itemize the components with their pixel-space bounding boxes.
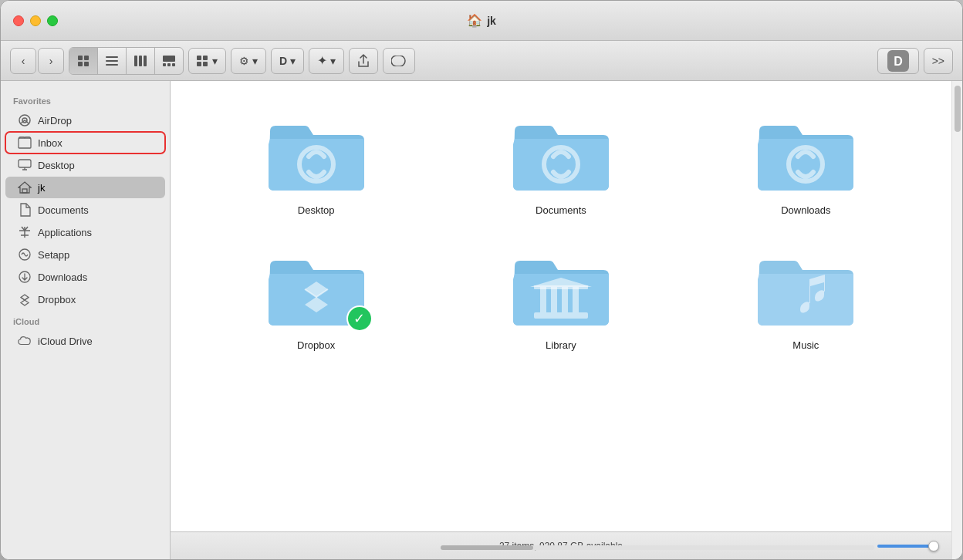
slider-thumb[interactable] (928, 541, 939, 552)
maximize-button[interactable] (47, 15, 58, 26)
home-icon: 🏠 (467, 13, 482, 28)
setapp-icon (18, 248, 32, 261)
svg-rect-5 (106, 60, 118, 62)
svg-rect-10 (163, 56, 175, 62)
tag-button[interactable]: D ▾ (271, 48, 304, 74)
documents-folder-icon (511, 112, 611, 197)
d-button[interactable]: D (877, 48, 919, 74)
library-folder-icon (511, 247, 611, 332)
finder-window: 🏠 jk ‹ › (0, 0, 963, 560)
svg-rect-2 (78, 62, 83, 66)
title-bar: 🏠 jk (1, 1, 962, 41)
sidebar-label-dropbox: Dropbox (38, 294, 76, 305)
svg-text:D: D (894, 55, 903, 68)
view-list-button[interactable] (98, 48, 127, 74)
sidebar-item-inbox[interactable]: Inbox (5, 132, 165, 153)
dropbox-icon: ✦ (317, 53, 327, 68)
scrollbar-thumb[interactable] (955, 86, 961, 132)
tag-label-d: D (279, 55, 287, 67)
main-content: Favorites AirDrop (1, 81, 962, 559)
svg-rect-23 (19, 160, 31, 167)
desktop-folder-icon (266, 112, 367, 197)
sidebar-label-inbox: Inbox (38, 137, 63, 149)
horizontal-scrollbar[interactable] (441, 545, 874, 552)
svg-rect-4 (106, 56, 118, 58)
sidebar-item-applications[interactable]: Applications (5, 221, 165, 243)
dropbox-dropdown-arrow: ▾ (330, 55, 336, 67)
svg-rect-18 (391, 56, 405, 66)
dropbox-sync-badge: ✓ (346, 305, 373, 332)
sidebar-item-dropbox[interactable]: Dropbox (5, 288, 165, 310)
minimize-button[interactable] (30, 15, 41, 26)
svg-rect-3 (84, 62, 89, 66)
sidebar-item-setapp[interactable]: Setapp (5, 244, 165, 265)
svg-rect-8 (139, 56, 142, 66)
home-folder-icon (18, 180, 32, 194)
content-and-scrollbar: Desktop Docum (171, 81, 962, 559)
zoom-slider[interactable] (877, 545, 939, 548)
svg-rect-38 (562, 287, 568, 312)
svg-rect-36 (540, 287, 546, 312)
svg-rect-12 (167, 63, 171, 66)
icloud-icon (18, 334, 32, 348)
music-folder-icon (755, 247, 856, 332)
window-title: jk (487, 15, 496, 27)
file-area: Desktop Docum (171, 81, 951, 559)
toolbar: ‹ › (1, 41, 962, 81)
icloud-section-title: iCloud (1, 311, 170, 329)
back-button[interactable]: ‹ (10, 48, 36, 74)
sidebar-label-desktop: Desktop (38, 160, 75, 171)
file-item-downloads[interactable]: Downloads (691, 104, 921, 224)
nav-buttons: ‹ › (10, 48, 64, 74)
svg-rect-16 (197, 62, 201, 66)
dropbox-button[interactable]: ✦ ▾ (309, 48, 344, 74)
svg-rect-1 (84, 56, 89, 60)
slider-track (877, 545, 939, 548)
share-button[interactable] (349, 48, 378, 74)
actions-button[interactable]: ⚙ ▾ (231, 48, 266, 74)
sidebar-item-airdrop[interactable]: AirDrop (5, 110, 165, 131)
vertical-scrollbar[interactable] (951, 81, 962, 559)
sidebar-label-jk: jk (38, 182, 45, 194)
file-item-dropbox[interactable]: ✓ Dropbox (201, 239, 431, 359)
dropbox-folder-icon: ✓ (266, 247, 367, 332)
svg-rect-15 (203, 56, 208, 60)
sidebar-label-documents: Documents (38, 204, 89, 216)
view-switcher (69, 47, 184, 75)
sidebar-item-documents[interactable]: Documents (5, 199, 165, 221)
sidebar-item-icloud-drive[interactable]: iCloud Drive (5, 330, 165, 352)
sidebar-item-desktop[interactable]: Desktop (5, 154, 165, 176)
file-item-music[interactable]: Music (691, 239, 921, 359)
downloads-folder-icon (755, 112, 856, 197)
view-gallery-button[interactable] (155, 48, 183, 74)
svg-rect-17 (203, 62, 208, 66)
more-button[interactable]: >> (924, 48, 953, 74)
sidebar-label-setapp: Setapp (38, 249, 69, 261)
group-button[interactable]: ▾ (188, 48, 226, 74)
traffic-lights (13, 15, 58, 26)
sidebar-item-downloads[interactable]: Downloads (5, 266, 165, 288)
svg-rect-14 (197, 56, 201, 60)
gear-icon: ⚙ (239, 55, 249, 67)
file-item-documents[interactable]: Documents (446, 104, 675, 224)
sidebar: Favorites AirDrop (1, 81, 171, 559)
downloads-folder-label: Downloads (781, 204, 830, 216)
file-item-library[interactable]: Library (446, 239, 675, 359)
view-columns-button[interactable] (127, 48, 155, 74)
sidebar-label-icloud-drive: iCloud Drive (38, 336, 93, 347)
sidebar-label-airdrop: AirDrop (38, 115, 72, 127)
file-grid: Desktop Docum (171, 81, 951, 531)
close-button[interactable] (13, 15, 24, 26)
sidebar-item-jk[interactable]: jk (5, 177, 165, 198)
svg-rect-24 (22, 189, 27, 193)
dropbox-sidebar-icon (18, 292, 32, 306)
status-bar: 27 items, 930.87 GB available (171, 531, 951, 559)
tag2-button[interactable] (383, 48, 415, 74)
sidebar-label-downloads: Downloads (38, 272, 87, 283)
sidebar-label-applications: Applications (38, 227, 92, 238)
documents-icon (18, 203, 32, 217)
file-item-desktop[interactable]: Desktop (201, 104, 431, 224)
view-icons-button[interactable] (69, 48, 98, 74)
documents-folder-label: Documents (536, 204, 586, 216)
forward-button[interactable]: › (38, 48, 64, 74)
